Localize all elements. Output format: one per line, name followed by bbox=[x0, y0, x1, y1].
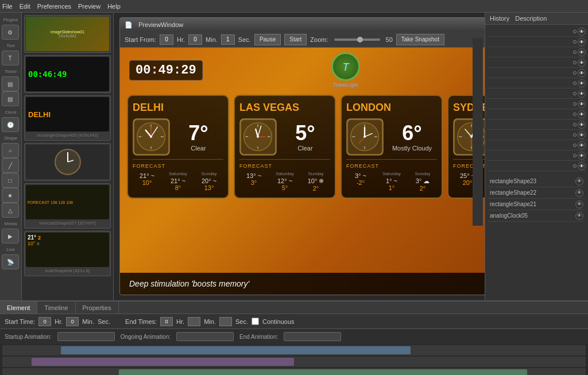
shape-tri-icon[interactable]: △ bbox=[2, 203, 19, 218]
timeline-track-2 bbox=[2, 357, 586, 367]
eye-8[interactable]: 👁 bbox=[578, 110, 586, 118]
weather-ticker: Deep stimulation 'boosts memory' T Mi bbox=[120, 273, 485, 295]
eye-4[interactable]: 👁 bbox=[578, 69, 586, 77]
eye-6[interactable]: 👁 bbox=[578, 90, 586, 98]
tab-properties[interactable]: Properties bbox=[76, 301, 119, 314]
delhi-day-1: Saturday 21° ~ 8° bbox=[164, 171, 192, 191]
startup-animation-selector[interactable] bbox=[57, 332, 115, 341]
sydney-day-1: Saturday 25° ~ 20° bbox=[484, 171, 485, 191]
layer-name-21: rectangleShape21 bbox=[490, 201, 536, 207]
start-min-input[interactable] bbox=[188, 34, 202, 45]
svg-point-23 bbox=[257, 136, 259, 138]
ongoing-animation-selector[interactable] bbox=[176, 332, 234, 341]
shape-line-icon[interactable]: ╱ bbox=[2, 158, 19, 173]
tl-end-min[interactable] bbox=[188, 317, 200, 326]
tab-element[interactable]: Element bbox=[0, 301, 37, 314]
delhi-day-0: 21° ~ 10° bbox=[133, 171, 161, 191]
weather-cards: DELHI bbox=[120, 95, 485, 199]
toolbar-section-clock: Clock 🕐 bbox=[2, 110, 20, 132]
right-panel: History Description 👁 👁 👁 bbox=[485, 13, 588, 300]
eye-2[interactable]: 👁 bbox=[578, 48, 586, 56]
live-icon[interactable]: 📡 bbox=[2, 254, 19, 269]
right-panel-header: History Description bbox=[485, 13, 588, 25]
eye-1[interactable]: 👁 bbox=[578, 38, 586, 46]
menu-file[interactable]: File bbox=[2, 3, 13, 10]
text-icon[interactable]: T bbox=[2, 51, 19, 65]
toolbar-section-plugins: Plugins ⚙ bbox=[2, 17, 20, 40]
toolbar-section-shape: Shape ○ ╱ □ ★ △ bbox=[2, 136, 20, 218]
menu-preview[interactable]: Preview bbox=[78, 3, 100, 10]
tl-end-sec[interactable] bbox=[219, 317, 232, 326]
snapshot-button[interactable]: Take Snapshot bbox=[396, 34, 444, 45]
thumb-item-1[interactable]: imageSlideshow011914x342 bbox=[24, 15, 111, 53]
track-block-3[interactable] bbox=[119, 369, 527, 375]
eye-12[interactable]: 👁 bbox=[578, 152, 586, 160]
delhi-forecast: FORECAST 21° ~ 10° Saturday 21° ~ bbox=[133, 159, 223, 191]
dot-10 bbox=[573, 133, 577, 137]
menu-edit[interactable]: Edit bbox=[20, 3, 30, 10]
start-from-label: Start From: bbox=[125, 36, 156, 43]
eye-13[interactable]: 👁 bbox=[578, 162, 586, 170]
shape-rect-icon[interactable]: □ bbox=[2, 173, 19, 188]
london-day-0: 3° ~ -2° bbox=[346, 171, 375, 192]
end-animation-selector[interactable] bbox=[284, 332, 341, 341]
tl-hr-label: Hr. bbox=[55, 318, 63, 325]
ticker1-icon[interactable]: ▤ bbox=[2, 76, 19, 91]
layer-row-10: 👁 bbox=[488, 130, 586, 140]
track-block-2[interactable] bbox=[32, 358, 294, 366]
tl-start-min[interactable] bbox=[66, 317, 79, 326]
menu-preferences[interactable]: Preferences bbox=[37, 3, 71, 10]
eye-11[interactable]: 👁 bbox=[578, 141, 586, 149]
thumb-item-delhi[interactable]: DELHI rectangleShape405 [429x342] bbox=[24, 95, 111, 141]
menu-help[interactable]: Help bbox=[107, 3, 121, 10]
weather-card-london: LONDON bbox=[341, 95, 443, 199]
eye-rect22[interactable]: 👁 bbox=[575, 189, 583, 197]
tab-timeline[interactable]: Timeline bbox=[37, 301, 75, 314]
continuous-checkbox[interactable] bbox=[252, 318, 259, 325]
zoom-slider[interactable] bbox=[334, 38, 380, 41]
shape-star-icon[interactable]: ★ bbox=[2, 188, 19, 203]
start-sec-input[interactable] bbox=[221, 34, 235, 45]
eye-5[interactable]: 👁 bbox=[578, 79, 586, 87]
dot-9 bbox=[573, 123, 577, 126]
eye-3[interactable]: 👁 bbox=[578, 59, 586, 67]
thumb-item-clock[interactable] bbox=[24, 143, 111, 181]
eye-9[interactable]: 👁 bbox=[578, 121, 586, 129]
layer-row-8: 👁 bbox=[488, 110, 586, 119]
eye-rect23[interactable]: 👁 bbox=[575, 177, 583, 185]
eye-rect21[interactable]: 👁 bbox=[575, 200, 583, 208]
ongoing-label: Ongoing Animation: bbox=[121, 334, 171, 340]
weather-card-lasvegas: LAS VEGAS bbox=[234, 95, 336, 199]
eye-10[interactable]: 👁 bbox=[578, 131, 586, 139]
tl-end-hr[interactable] bbox=[160, 317, 173, 326]
history-label: History bbox=[490, 15, 509, 22]
lasvegas-weather-row: 5° Clear bbox=[239, 118, 330, 156]
layer-row-9: 👁 bbox=[488, 120, 586, 130]
timeline-panel: Element Timeline Properties Start Time: … bbox=[0, 300, 588, 375]
weather-top-bar: 00:49:29 T TickerLight 02/01/2008 bbox=[120, 48, 485, 92]
shape-circle-icon[interactable]: ○ bbox=[2, 143, 19, 158]
min-label: Min. bbox=[206, 36, 218, 43]
dot-6 bbox=[573, 92, 577, 95]
track-block-1[interactable] bbox=[61, 346, 411, 354]
layer-row-4: 👁 bbox=[488, 68, 586, 78]
layer-list: 👁 👁 👁 👁 👁 bbox=[488, 27, 586, 171]
eye-7[interactable]: 👁 bbox=[578, 100, 586, 108]
thumb-item-weather2[interactable]: 21° 2 10° 8 bulkShape04 [421x 8] bbox=[24, 231, 111, 276]
pause-button[interactable]: Pause bbox=[254, 34, 281, 45]
tl-start-hr[interactable] bbox=[38, 317, 51, 326]
right-scroll-area bbox=[473, 38, 483, 226]
start-hr-input[interactable] bbox=[160, 34, 173, 45]
media-icon[interactable]: ▶ bbox=[2, 229, 19, 243]
thumb-item-forecast[interactable]: FORECAST 138 128 108 forecastShape027 [3… bbox=[24, 183, 111, 229]
layer-rectangleShape23: rectangleShape23 👁 bbox=[488, 176, 586, 187]
thumb-item-timer[interactable]: 00:46:49 bbox=[24, 55, 111, 93]
plugins-icon[interactable]: ⚙ bbox=[2, 25, 19, 40]
eye-clock05[interactable]: 👁 bbox=[575, 212, 583, 220]
clock-icon[interactable]: 🕐 bbox=[2, 117, 19, 132]
eye-0[interactable]: 👁 bbox=[578, 28, 586, 36]
ticker2-icon[interactable]: ▤ bbox=[2, 91, 19, 106]
layer-row-0: 👁 bbox=[488, 27, 586, 37]
preview-toolbar: Start From: Hr. Min. Sec. Pause Start Zo… bbox=[120, 32, 485, 48]
start-button[interactable]: Start bbox=[284, 34, 307, 45]
